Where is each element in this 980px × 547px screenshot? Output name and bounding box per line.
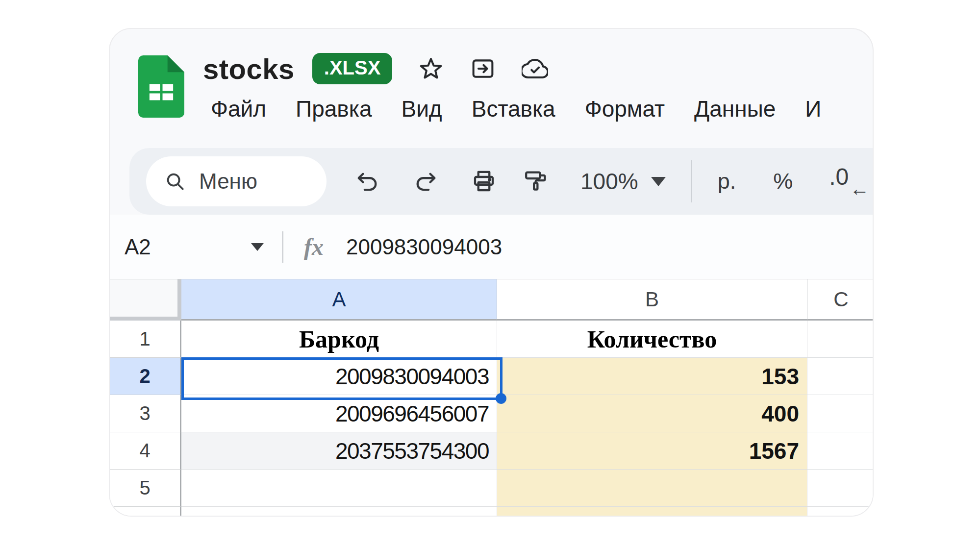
formula-bar: A2 fx 2009830094003 [110, 215, 873, 279]
sheet-grid: A B C 1 Баркод Количество 2 200983009400… [110, 279, 874, 517]
percent-format-button[interactable]: % [773, 169, 793, 194]
cell-B1[interactable]: Количество [497, 321, 807, 358]
chevron-down-icon [651, 177, 666, 186]
menu-tools-truncated[interactable]: И [805, 96, 821, 122]
xlsx-badge: .XLSX [312, 53, 393, 84]
row-header-2[interactable]: 2 [110, 358, 181, 395]
row-header-6[interactable]: 6 [110, 507, 181, 517]
cell-A2-selected[interactable]: 2009830094003 [181, 358, 497, 395]
paint-format-icon[interactable] [523, 168, 549, 195]
undo-icon[interactable] [355, 168, 381, 195]
cell-C4[interactable] [807, 432, 874, 470]
cell-B5[interactable] [497, 470, 807, 507]
cell-A4[interactable]: 2037553754300 [181, 432, 497, 470]
column-header-c[interactable]: C [807, 279, 874, 321]
menu-view[interactable]: Вид [401, 96, 442, 122]
row-header-5[interactable]: 5 [110, 470, 181, 507]
cell-B6[interactable] [497, 507, 807, 517]
redo-icon[interactable] [412, 168, 438, 195]
zoom-value: 100% [580, 168, 638, 195]
title-row: stocks .XLSX [203, 47, 548, 91]
toolbar-divider [691, 160, 692, 202]
spreadsheet-window: stocks .XLSX Файл Правка Вид Вставка Фор… [109, 28, 874, 517]
name-box[interactable]: A2 [125, 235, 247, 259]
menu-insert[interactable]: Вставка [472, 96, 555, 122]
column-header-a[interactable]: A [181, 279, 497, 321]
document-title[interactable]: stocks [203, 52, 295, 85]
menu-search-button[interactable]: Меню [146, 156, 327, 206]
formula-input[interactable]: 2009830094003 [346, 235, 502, 259]
menu-data[interactable]: Данные [694, 96, 776, 122]
currency-format-button[interactable]: р. [718, 169, 736, 194]
menu-bar: Файл Правка Вид Вставка Формат Данные И [211, 96, 821, 122]
cell-C6[interactable] [807, 507, 874, 517]
name-box-dropdown-icon[interactable] [251, 243, 264, 251]
menu-edit[interactable]: Правка [296, 96, 372, 122]
zoom-control[interactable]: 100% [580, 168, 666, 195]
row-header-1[interactable]: 1 [110, 321, 181, 358]
cell-A6[interactable] [181, 507, 497, 517]
search-icon [164, 170, 186, 193]
column-header-b[interactable]: B [497, 279, 807, 321]
row-header-4[interactable]: 4 [110, 432, 181, 470]
cell-B3[interactable]: 400 [497, 395, 807, 432]
print-icon[interactable] [471, 168, 497, 195]
select-all-corner[interactable] [110, 279, 181, 321]
row-header-3[interactable]: 3 [110, 395, 181, 432]
decrease-decimal-label: .0 [829, 163, 849, 190]
cell-C3[interactable] [807, 395, 874, 432]
cell-B2[interactable]: 153 [497, 358, 807, 395]
cell-A3[interactable]: 2009696456007 [181, 395, 497, 432]
cell-A5[interactable] [181, 470, 497, 507]
cell-C2[interactable] [807, 358, 874, 395]
menu-file[interactable]: Файл [211, 96, 266, 122]
fx-icon: fx [304, 233, 324, 260]
decrease-decimal-button[interactable]: .0 ← [829, 163, 869, 200]
left-arrow-icon: ← [850, 178, 869, 200]
formula-bar-divider [282, 231, 283, 263]
toolbar: Меню 100% р. % .0 ← [129, 148, 873, 215]
search-label: Меню [199, 169, 257, 194]
cell-C1[interactable] [807, 321, 874, 358]
menu-format[interactable]: Формат [585, 96, 665, 122]
sheets-logo-icon [138, 55, 184, 120]
star-icon[interactable] [418, 55, 444, 82]
move-to-folder-icon[interactable] [470, 55, 496, 82]
cloud-saved-icon[interactable] [522, 55, 548, 82]
cell-C5[interactable] [807, 470, 874, 507]
cell-A1[interactable]: Баркод [181, 321, 497, 358]
cell-B4[interactable]: 1567 [497, 432, 807, 470]
